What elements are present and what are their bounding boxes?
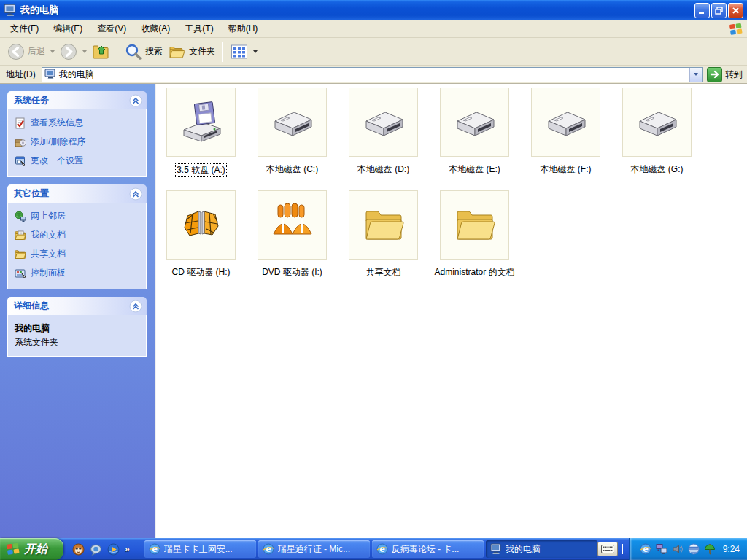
start-button[interactable]: 开始 — [0, 538, 63, 560]
item-disk-d[interactable]: 本地磁盘 (D:) — [349, 88, 418, 177]
panel-system-tasks: 系统任务 查看系统信息 添加/删除程序 更改一个设置 — [7, 91, 147, 177]
hard-disk-icon — [360, 99, 407, 146]
search-label: 搜索 — [145, 45, 163, 58]
menu-item-file[interactable]: 文件(F) — [3, 20, 46, 37]
item-dvd-i[interactable]: DVD 驱动器 (I:) — [258, 190, 327, 279]
control-panel-icon — [15, 268, 26, 279]
link-my-documents[interactable]: 我的文档 — [15, 229, 142, 241]
thumbnail — [440, 88, 509, 157]
panel-other-places: 其它位置 网上邻居 我的文档 共享文档 — [7, 184, 147, 289]
link-add-remove-programs[interactable]: 添加/删除程序 — [15, 136, 142, 148]
item-label: 本地磁盘 (C:) — [266, 163, 318, 176]
thumbnail — [166, 88, 236, 157]
forward-button[interactable] — [57, 42, 80, 62]
item-label: 本地磁盘 (F:) — [541, 163, 592, 176]
item-floppy-a[interactable]: 3.5 软盘 (A:) — [166, 88, 236, 177]
taskbar: 开始 » 瑞星卡卡上网安... 瑞星通行证 - Mic... 反病毒论坛 - 卡… — [0, 538, 747, 560]
collapse-chevron-icon[interactable] — [129, 300, 142, 313]
taskbar-right: 9:24 — [597, 538, 747, 560]
panel-header-system-tasks[interactable]: 系统任务 — [7, 91, 147, 109]
forward-dropdown-arrow[interactable] — [82, 50, 87, 53]
ie-icon[interactable] — [640, 543, 651, 555]
hard-disk-icon — [634, 99, 681, 146]
folder-icon — [360, 202, 407, 249]
panel-body: 网上邻居 我的文档 共享文档 控制面板 — [7, 203, 147, 289]
item-disk-f[interactable]: 本地磁盘 (F:) — [531, 88, 600, 177]
menu-item-tools[interactable]: 工具(T) — [177, 20, 220, 37]
address-dropdown-button[interactable] — [689, 68, 702, 82]
language-bar-separator — [622, 544, 623, 554]
link-control-panel[interactable]: 控制面板 — [15, 267, 142, 279]
quick-launch-overflow-chevron[interactable]: » — [125, 544, 130, 554]
panel-header-details[interactable]: 详细信息 — [7, 297, 147, 315]
hard-disk-icon — [452, 99, 498, 146]
panel-header-other-places[interactable]: 其它位置 — [7, 184, 147, 203]
umbrella-icon[interactable] — [704, 543, 716, 555]
item-administrator-documents[interactable]: Administrator 的文档 — [440, 190, 509, 279]
views-button[interactable] — [228, 42, 263, 62]
volume-icon[interactable] — [672, 543, 684, 555]
back-label: 后退 — [28, 45, 45, 58]
shared-documents-icon — [15, 249, 26, 260]
collapse-chevron-icon[interactable] — [129, 94, 142, 107]
minimize-button[interactable] — [694, 3, 710, 18]
kaka-icon[interactable] — [72, 543, 85, 556]
menu-item-favorites[interactable]: 收藏(A) — [133, 20, 177, 37]
item-label: Administrator 的文档 — [434, 266, 514, 279]
task-label: 反病毒论坛 - 卡... — [392, 543, 460, 556]
task-button-kaka[interactable]: 瑞星卡卡上网安... — [144, 540, 256, 558]
go-label[interactable]: 转到 — [725, 69, 743, 81]
task-button-passport[interactable]: 瑞星通行证 - Mic... — [258, 540, 370, 558]
search-button[interactable]: 搜索 — [122, 42, 166, 62]
task-button-my-computer[interactable]: 我的电脑 — [486, 540, 597, 558]
thumbnail — [349, 88, 418, 157]
link-shared-documents[interactable]: 共享文档 — [15, 248, 142, 260]
close-button[interactable] — [728, 3, 743, 18]
link-change-setting[interactable]: 更改一个设置 — [15, 155, 142, 167]
taskbar-clock[interactable]: 9:24 — [723, 544, 740, 554]
icon-row: CD 驱动器 (H:) DVD 驱动器 (I:) 共享文档 Administra… — [166, 190, 747, 279]
panel-title: 其它位置 — [14, 187, 49, 200]
window-title: 我的电脑 — [20, 4, 693, 17]
item-disk-c[interactable]: 本地磁盘 (C:) — [258, 88, 327, 177]
toolbar-separator — [117, 42, 117, 62]
task-button-forum[interactable]: 反病毒论坛 - 卡... — [372, 540, 484, 558]
network-icon[interactable] — [656, 543, 667, 555]
start-label: 开始 — [24, 542, 47, 557]
minimize-icon — [698, 7, 706, 15]
network-places-icon — [15, 211, 26, 222]
input-method-button[interactable] — [597, 542, 618, 556]
item-label: CD 驱动器 (H:) — [172, 266, 231, 279]
task-label: 我的电脑 — [506, 543, 541, 556]
restore-button[interactable] — [711, 3, 727, 18]
task-label: 瑞星卡卡上网安... — [164, 543, 233, 556]
windows-flag-icon — [6, 542, 20, 556]
item-disk-e[interactable]: 本地磁盘 (E:) — [440, 88, 509, 177]
messenger-icon[interactable] — [90, 543, 102, 556]
back-dropdown-arrow[interactable] — [50, 50, 55, 53]
my-computer-icon — [490, 543, 502, 555]
ie-icon — [149, 543, 160, 555]
link-label: 查看系统信息 — [31, 117, 83, 129]
item-shared-documents[interactable]: 共享文档 — [349, 190, 418, 279]
address-input[interactable]: 我的电脑 — [42, 67, 703, 82]
my-computer-icon — [44, 69, 56, 80]
back-button[interactable]: 后退 — [4, 42, 48, 62]
antivirus-shield-icon[interactable] — [688, 543, 700, 555]
hard-disk-icon — [269, 99, 316, 146]
menu-item-help[interactable]: 帮助(H) — [221, 20, 266, 37]
menu-item-view[interactable]: 查看(V) — [90, 20, 133, 37]
collapse-chevron-icon[interactable] — [129, 187, 142, 201]
back-icon — [7, 43, 25, 61]
menu-item-edit[interactable]: 编辑(E) — [46, 20, 90, 37]
folders-button[interactable]: 文件夹 — [166, 42, 218, 62]
item-disk-g[interactable]: 本地磁盘 (G:) — [622, 88, 692, 177]
go-button[interactable] — [707, 67, 722, 82]
link-label: 我的文档 — [31, 229, 66, 241]
system-info-icon — [15, 117, 26, 129]
media-player-icon[interactable] — [107, 543, 120, 556]
item-cd-h[interactable]: CD 驱动器 (H:) — [166, 190, 236, 279]
link-view-system-info[interactable]: 查看系统信息 — [15, 117, 142, 129]
link-network-places[interactable]: 网上邻居 — [15, 210, 142, 222]
up-button[interactable] — [89, 42, 112, 62]
